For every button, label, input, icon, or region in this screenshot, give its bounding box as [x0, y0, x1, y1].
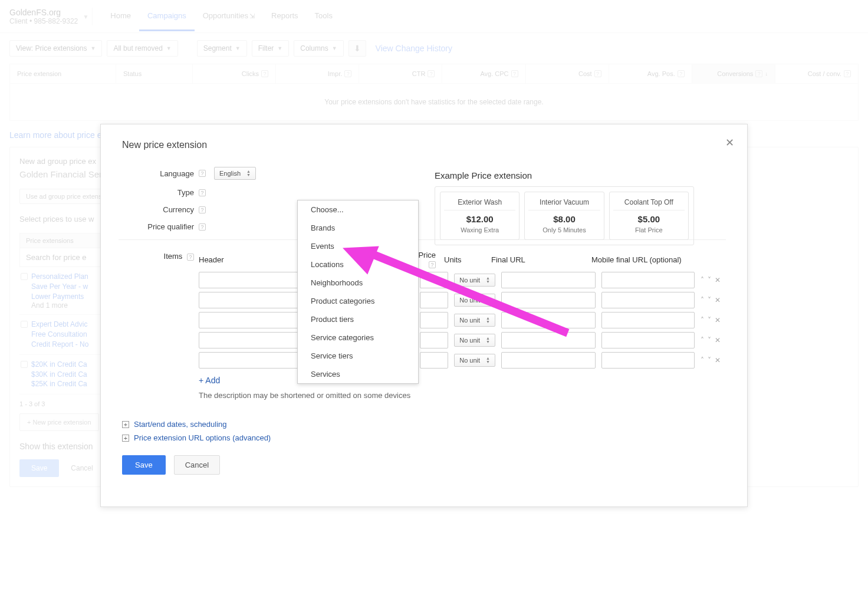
- type-dropdown: Choose... Brands Events Locations Neighb…: [297, 200, 419, 384]
- example-card: Exterior Wash $12.00 Waxing Extra: [440, 192, 520, 240]
- units-select[interactable]: No unit▲▼: [454, 354, 495, 367]
- mobile-url-input[interactable]: [601, 292, 695, 308]
- final-url-input[interactable]: [501, 332, 596, 348]
- dropdown-option[interactable]: Locations: [298, 255, 418, 274]
- items-grid: Header Description Price ? Units Final U…: [199, 251, 726, 400]
- price-input[interactable]: [420, 332, 448, 348]
- plus-icon: +: [122, 435, 129, 442]
- help-icon[interactable]: ?: [199, 206, 206, 213]
- move-down-icon[interactable]: ˅: [708, 276, 711, 284]
- final-url-input[interactable]: [501, 292, 596, 308]
- units-select[interactable]: No unit▲▼: [454, 274, 495, 287]
- remove-icon[interactable]: ✕: [715, 276, 721, 284]
- header-input[interactable]: [199, 312, 298, 328]
- description-note: The description may be shortened or omit…: [199, 391, 726, 400]
- remove-icon[interactable]: ✕: [715, 356, 721, 364]
- sort-icon: ▲▼: [486, 337, 490, 344]
- header-input[interactable]: [199, 272, 298, 288]
- add-item-link[interactable]: + Add: [199, 376, 220, 385]
- sort-icon: ▲▼: [246, 170, 251, 177]
- move-up-icon[interactable]: ˄: [701, 296, 704, 304]
- item-row: $ No unit▲▼ ˄˅✕: [199, 332, 726, 348]
- dropdown-option[interactable]: Choose...: [298, 200, 418, 219]
- mobile-url-input[interactable]: [601, 332, 695, 348]
- final-url-input[interactable]: [501, 352, 596, 369]
- new-price-extension-modal: New price extension ✕ Language ? English…: [100, 124, 748, 507]
- header-input[interactable]: [199, 292, 298, 308]
- dropdown-option[interactable]: Product tiers: [298, 310, 418, 328]
- example-preview: Example Price extension Exterior Wash $1…: [435, 170, 694, 245]
- mobile-url-input[interactable]: [601, 312, 695, 328]
- header-input[interactable]: [199, 332, 298, 348]
- dropdown-option[interactable]: Services: [298, 365, 418, 383]
- sort-icon: ▲▼: [486, 277, 490, 284]
- remove-icon[interactable]: ✕: [715, 316, 721, 324]
- move-down-icon[interactable]: ˅: [708, 316, 711, 324]
- final-url-input[interactable]: [501, 272, 596, 288]
- dropdown-option[interactable]: Neighborhoods: [298, 274, 418, 292]
- move-up-icon[interactable]: ˄: [701, 276, 704, 284]
- remove-icon[interactable]: ✕: [715, 296, 721, 304]
- units-select[interactable]: No unit▲▼: [454, 314, 495, 327]
- header-input[interactable]: [199, 352, 298, 369]
- final-url-input[interactable]: [501, 312, 596, 328]
- example-title: Example Price extension: [435, 170, 694, 180]
- currency-label: Currency: [122, 205, 199, 214]
- cancel-button[interactable]: Cancel: [174, 455, 220, 475]
- col-units: Units: [444, 255, 485, 264]
- item-row: $ No unit▲▼ ˄˅✕: [199, 292, 726, 308]
- language-select[interactable]: English ▲▼: [214, 167, 256, 180]
- help-icon[interactable]: ?: [187, 254, 194, 261]
- units-select[interactable]: No unit▲▼: [454, 294, 495, 307]
- help-icon[interactable]: ?: [199, 170, 206, 177]
- move-down-icon[interactable]: ˅: [708, 296, 711, 304]
- units-select[interactable]: No unit▲▼: [454, 334, 495, 347]
- dropdown-option[interactable]: Events: [298, 237, 418, 255]
- sort-icon: ▲▼: [486, 357, 490, 364]
- dropdown-option[interactable]: Brands: [298, 219, 418, 237]
- price-input[interactable]: [420, 352, 448, 369]
- price-input[interactable]: [420, 312, 448, 328]
- scheduling-expand[interactable]: + Start/end dates, scheduling: [122, 420, 726, 429]
- move-down-icon[interactable]: ˅: [708, 336, 711, 344]
- example-card: Coolant Top Off $5.00 Flat Price: [609, 192, 689, 240]
- language-label: Language: [122, 169, 199, 178]
- mobile-url-input[interactable]: [601, 352, 695, 369]
- price-input[interactable]: [420, 292, 448, 308]
- item-row: $ No unit▲▼ ˄˅✕: [199, 352, 726, 369]
- close-icon[interactable]: ✕: [725, 136, 734, 149]
- col-header: Header: [199, 255, 298, 264]
- col-final-url: Final URL: [491, 255, 586, 264]
- example-card: Interior Vacuum $8.00 Only 5 Minutes: [524, 192, 604, 240]
- price-input[interactable]: [420, 272, 448, 288]
- item-row: $ No unit▲▼ ˄˅✕: [199, 272, 726, 288]
- type-label: Type: [122, 188, 199, 197]
- help-icon[interactable]: ?: [429, 261, 436, 268]
- sort-icon: ▲▼: [486, 297, 490, 304]
- remove-icon[interactable]: ✕: [715, 336, 721, 344]
- mobile-url-input[interactable]: [601, 272, 695, 288]
- qualifier-label: Price qualifier: [122, 222, 199, 231]
- col-mobile-url: Mobile final URL (optional): [591, 255, 685, 264]
- sort-icon: ▲▼: [486, 317, 490, 324]
- move-up-icon[interactable]: ˄: [701, 336, 704, 344]
- dropdown-option[interactable]: Product categories: [298, 292, 418, 310]
- dropdown-option[interactable]: Service categories: [298, 328, 418, 347]
- help-icon[interactable]: ?: [199, 223, 206, 231]
- item-row: $ No unit▲▼ ˄˅✕: [199, 312, 726, 328]
- help-icon[interactable]: ?: [199, 189, 206, 196]
- items-label: Items ?: [122, 251, 199, 400]
- modal-title: New price extension: [122, 140, 726, 150]
- move-down-icon[interactable]: ˅: [708, 356, 711, 364]
- url-options-expand[interactable]: + Price extension URL options (advanced): [122, 433, 726, 442]
- plus-icon: +: [122, 421, 129, 428]
- move-up-icon[interactable]: ˄: [701, 356, 704, 364]
- move-up-icon[interactable]: ˄: [701, 316, 704, 324]
- dropdown-option[interactable]: Service tiers: [298, 347, 418, 365]
- save-button[interactable]: Save: [122, 455, 166, 475]
